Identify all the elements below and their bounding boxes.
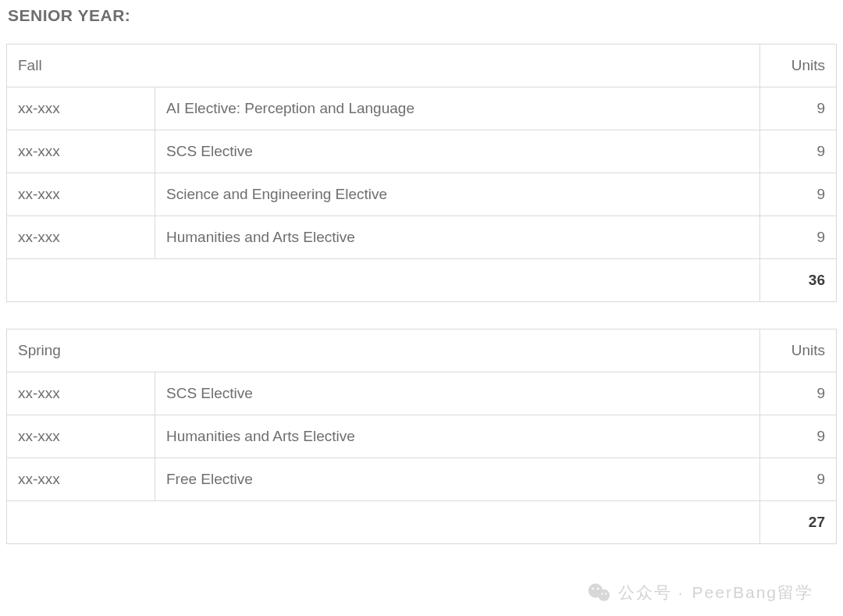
table-header-row: Fall Units bbox=[7, 45, 837, 87]
fall-table: Fall Units xx-xxx AI Elective: Perceptio… bbox=[6, 44, 837, 302]
course-name: SCS Elective bbox=[155, 130, 760, 173]
page-title: SENIOR YEAR: bbox=[8, 6, 837, 25]
table-row: xx-xxx AI Elective: Perception and Langu… bbox=[7, 87, 837, 130]
course-units: 9 bbox=[760, 130, 837, 173]
term-label: Spring bbox=[7, 329, 760, 372]
table-row: xx-xxx Science and Engineering Elective … bbox=[7, 173, 837, 216]
course-units: 9 bbox=[760, 372, 837, 415]
course-code: xx-xxx bbox=[7, 173, 155, 216]
course-name: Humanities and Arts Elective bbox=[155, 415, 760, 458]
table-row: xx-xxx SCS Elective 9 bbox=[7, 372, 837, 415]
term-label: Fall bbox=[7, 45, 760, 87]
table-row: xx-xxx Free Elective 9 bbox=[7, 458, 837, 501]
total-label bbox=[7, 259, 760, 302]
table-row: xx-xxx Humanities and Arts Elective 9 bbox=[7, 216, 837, 259]
course-name: Humanities and Arts Elective bbox=[155, 216, 760, 259]
course-code: xx-xxx bbox=[7, 458, 155, 501]
total-units: 36 bbox=[760, 259, 837, 302]
course-code: xx-xxx bbox=[7, 87, 155, 130]
course-name: SCS Elective bbox=[155, 372, 760, 415]
course-name: AI Elective: Perception and Language bbox=[155, 87, 760, 130]
course-units: 9 bbox=[760, 415, 837, 458]
table-row: xx-xxx SCS Elective 9 bbox=[7, 130, 837, 173]
course-name: Free Elective bbox=[155, 458, 760, 501]
course-code: xx-xxx bbox=[7, 415, 155, 458]
course-name: Science and Engineering Elective bbox=[155, 173, 760, 216]
total-label bbox=[7, 501, 760, 544]
total-row: 36 bbox=[7, 259, 837, 302]
course-units: 9 bbox=[760, 173, 837, 216]
spring-table: Spring Units xx-xxx SCS Elective 9 xx-xx… bbox=[6, 329, 837, 544]
table-header-row: Spring Units bbox=[7, 329, 837, 372]
course-code: xx-xxx bbox=[7, 372, 155, 415]
table-row: xx-xxx Humanities and Arts Elective 9 bbox=[7, 415, 837, 458]
units-header: Units bbox=[760, 329, 837, 372]
course-code: xx-xxx bbox=[7, 130, 155, 173]
units-header: Units bbox=[760, 45, 837, 87]
course-units: 9 bbox=[760, 87, 837, 130]
total-units: 27 bbox=[760, 501, 837, 544]
course-units: 9 bbox=[760, 216, 837, 259]
course-units: 9 bbox=[760, 458, 837, 501]
course-code: xx-xxx bbox=[7, 216, 155, 259]
total-row: 27 bbox=[7, 501, 837, 544]
